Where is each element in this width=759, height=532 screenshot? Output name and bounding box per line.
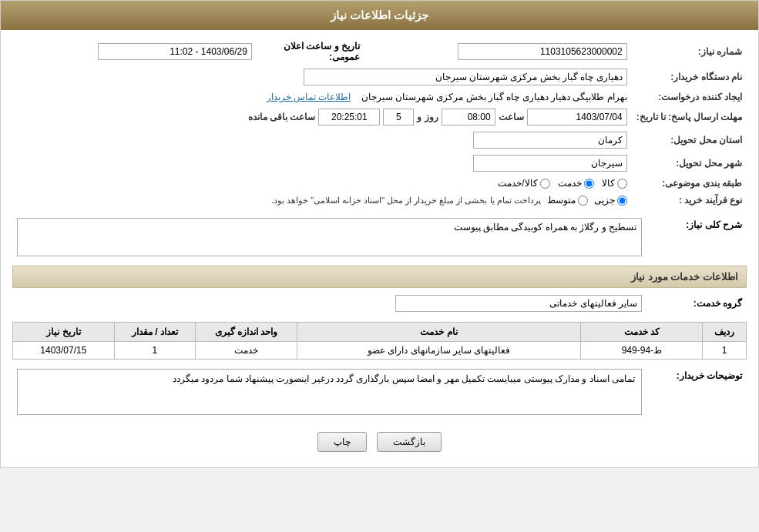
radio-jozei: جزیی — [594, 195, 627, 206]
back-button[interactable]: بازگشت — [377, 432, 442, 452]
org-name-label: نام دستگاه خریدار: — [632, 65, 747, 89]
col-header-name: نام خدمت — [297, 323, 581, 342]
description-label: شرح کلی نیاز: — [646, 215, 747, 259]
contact-link[interactable]: اطلاعات تماس خریدار — [267, 92, 351, 102]
announcement-date-field: 1403/06/29 - 11:02 — [98, 43, 252, 60]
service-group-field: سایر فعالیتهای خدماتی — [395, 295, 642, 312]
buyer-notes-field: تمامی اسناد و مدارک پیوستی میبایست تکمیل… — [17, 369, 642, 415]
description-row: شرح کلی نیاز: تسطیح و رگلاژ به همراه کوب… — [12, 215, 747, 259]
row-deadline: مهلت ارسال پاسخ: تا تاریخ: 1403/07/04 سا… — [12, 105, 747, 129]
radio-kala-input[interactable] — [617, 179, 627, 189]
radio-khadamat: خدمت — [558, 178, 594, 189]
col-header-num: ردیف — [703, 323, 747, 342]
city-field: سیرجان — [473, 155, 627, 172]
col-header-count: تعداد / مقدار — [114, 323, 195, 342]
deadline-time-field: 08:00 — [442, 109, 495, 125]
deadline-row: 1403/07/04 ساعت 08:00 روز و 5 20:25:01 س… — [12, 105, 632, 129]
category-radio-group: کالا خدمت کالا/خدمت — [17, 178, 627, 189]
row-creator: ایجاد کننده درخواست: بهرام طلابیگی دهیار… — [12, 89, 747, 105]
radio-khadamat-input[interactable] — [584, 179, 594, 189]
services-table: ردیف کد خدمت نام خدمت واحد اندازه گیری ت… — [12, 322, 747, 360]
radio-kala: کالا — [602, 178, 627, 189]
creator-text: بهرام طلابیگی دهیار دهیاری چاه گبار بخش … — [361, 92, 627, 102]
row-num: 1 — [703, 342, 747, 360]
city-label: شهر محل تحویل: — [632, 152, 747, 175]
creator-label: ایجاد کننده درخواست: — [632, 89, 747, 105]
service-group-value: سایر فعالیتهای خدماتی — [12, 291, 646, 316]
row-province: استان محل تحویل: کرمان — [12, 129, 747, 152]
row-purchase-type: نوع فرآیند خرید : جزیی متوسط پرداخت تمام… — [12, 192, 747, 209]
services-table-header-row: ردیف کد خدمت نام خدمت واحد اندازه گیری ت… — [13, 323, 747, 342]
row-org-name: نام دستگاه خریدار: دهیاری چاه گبار بخش م… — [12, 65, 747, 89]
deadline-remaining-label: ساعت باقی مانده — [248, 112, 316, 122]
services-table-head: ردیف کد خدمت نام خدمت واحد اندازه گیری ت… — [13, 323, 747, 342]
row-category: طبقه بندی موضوعی: کالا خدمت — [12, 175, 747, 192]
buyer-notes-label: توضیحات خریدار: — [646, 366, 747, 418]
radio-kala-khadamat-input[interactable] — [540, 179, 550, 189]
need-number-label: شماره نیاز: — [632, 38, 747, 65]
radio-jozei-input[interactable] — [617, 196, 627, 206]
deadline-time-label: ساعت — [499, 112, 524, 122]
org-name-value: دهیاری چاه گبار بخش مرکزی شهرستان سیرجان — [12, 65, 632, 89]
description-value: تسطیح و رگلاژ به همراه کوبیدگی مطابق پیو… — [12, 215, 646, 259]
radio-motavaset-label: متوسط — [547, 195, 576, 206]
radio-kala-khadamat-label: کالا/خدمت — [498, 178, 537, 189]
purchase-type-value: جزیی متوسط پرداخت تمام یا بخشی از مبلغ خ… — [12, 192, 632, 209]
service-group-row: گروه خدمت: سایر فعالیتهای خدماتی — [12, 291, 747, 316]
content-area: شماره نیاز: 1103105623000002 تاریخ و ساع… — [1, 30, 758, 467]
description-table: شرح کلی نیاز: تسطیح و رگلاژ به همراه کوب… — [12, 215, 747, 259]
deadline-remaining-field: 20:25:01 — [318, 109, 380, 125]
row-city: شهر محل تحویل: سیرجان — [12, 152, 747, 175]
city-value: سیرجان — [12, 152, 632, 175]
category-value: کالا خدمت کالا/خدمت — [12, 175, 632, 192]
radio-motavaset-input[interactable] — [578, 196, 588, 206]
services-section-header: اطلاعات خدمات مورد نیاز — [12, 266, 747, 288]
print-button[interactable]: چاپ — [317, 432, 367, 452]
buttons-row: بازگشت چاپ — [12, 424, 747, 460]
buyer-notes-value: تمامی اسناد و مدارک پیوستی میبایست تکمیل… — [12, 366, 646, 418]
service-group-label: گروه خدمت: — [646, 291, 747, 316]
service-group-table: گروه خدمت: سایر فعالیتهای خدماتی — [12, 291, 747, 316]
table-row: 1 ط-94-949 فعالیتهای سایر سازمانهای دارا… — [13, 342, 747, 360]
need-number-field: 1103105623000002 — [458, 43, 627, 60]
row-count: 1 — [114, 342, 195, 360]
row-need-number: شماره نیاز: 1103105623000002 تاریخ و ساع… — [12, 38, 747, 65]
announcement-date-label: تاریخ و ساعت اعلان عمومی: — [257, 38, 364, 65]
province-field: کرمان — [473, 132, 627, 149]
row-name: فعالیتهای سایر سازمانهای دارای عضو — [297, 342, 581, 360]
row-code: ط-94-949 — [581, 342, 703, 360]
page-header: جزئیات اطلاعات نیاز — [1, 1, 758, 30]
radio-kala-khadamat: کالا/خدمت — [498, 178, 549, 189]
province-value: کرمان — [12, 129, 632, 152]
deadline-date-field: 1403/07/04 — [527, 109, 627, 125]
col-header-unit: واحد اندازه گیری — [196, 323, 297, 342]
category-label: طبقه بندی موضوعی: — [632, 175, 747, 192]
need-number-value: 1103105623000002 — [364, 38, 632, 65]
row-unit: خدمت — [196, 342, 297, 360]
buyer-notes-table: توضیحات خریدار: تمامی اسناد و مدارک پیوس… — [12, 366, 747, 418]
purchase-type-label: نوع فرآیند خرید : — [632, 192, 747, 209]
buyer-notes-row: توضیحات خریدار: تمامی اسناد و مدارک پیوس… — [12, 366, 747, 418]
radio-motavaset: متوسط — [547, 195, 588, 206]
creator-value: بهرام طلابیگی دهیار دهیاری چاه گبار بخش … — [12, 89, 632, 105]
col-header-date: تاریخ نیاز — [13, 323, 115, 342]
radio-khadamat-label: خدمت — [558, 178, 582, 189]
main-info-table: شماره نیاز: 1103105623000002 تاریخ و ساع… — [12, 38, 747, 209]
deadline-days-field: 5 — [383, 109, 414, 125]
deadline-label: مهلت ارسال پاسخ: تا تاریخ: — [632, 105, 747, 129]
radio-jozei-label: جزیی — [594, 195, 615, 206]
page-title: جزئیات اطلاعات نیاز — [331, 8, 428, 22]
deadline-days-label: روز و — [417, 112, 438, 122]
services-table-body: 1 ط-94-949 فعالیتهای سایر سازمانهای دارا… — [13, 342, 747, 360]
purchase-note: پرداخت تمام یا بخشی از مبلغ خریدار از مح… — [271, 196, 541, 206]
province-label: استان محل تحویل: — [632, 129, 747, 152]
page-container: جزئیات اطلاعات نیاز شماره نیاز: 11031056… — [0, 0, 759, 468]
description-field: تسطیح و رگلاژ به همراه کوبیدگی مطابق پیو… — [17, 218, 642, 256]
radio-kala-label: کالا — [602, 178, 615, 189]
row-date: 1403/07/15 — [13, 342, 115, 360]
org-name-field: دهیاری چاه گبار بخش مرکزی شهرستان سیرجان — [304, 69, 627, 85]
col-header-code: کد خدمت — [581, 323, 703, 342]
announcement-date-value: 1403/06/29 - 11:02 — [12, 38, 257, 65]
